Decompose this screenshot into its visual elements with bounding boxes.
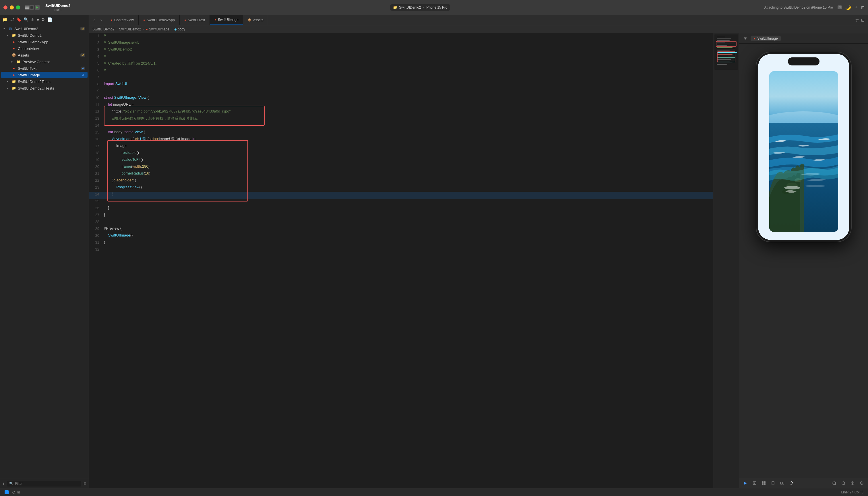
minimize-button[interactable] xyxy=(10,5,14,10)
filter-settings-icon[interactable]: ⊞ xyxy=(83,482,87,486)
code-line-21[interactable]: 21 .cornerRadius(16) xyxy=(89,171,713,178)
breakpoint-icon[interactable]: ● xyxy=(37,17,39,22)
night-mode-icon[interactable]: 🌙 xyxy=(845,4,851,10)
close-button[interactable] xyxy=(3,5,7,10)
maximize-button[interactable] xyxy=(16,5,20,10)
breadcrumb-item-2[interactable]: SwiftUIDemo2 xyxy=(119,27,141,31)
sidebar-toggle-button[interactable] xyxy=(25,5,29,10)
run-button[interactable] xyxy=(35,5,40,10)
zoom-out-button[interactable] xyxy=(830,480,838,486)
folder-icon[interactable]: 📁 xyxy=(2,17,7,22)
code-line-17[interactable]: 17 image xyxy=(89,143,713,151)
app-title: SwiftUIDemo2 main xyxy=(45,3,70,11)
code-line-7[interactable]: 7 xyxy=(89,75,713,81)
add-button[interactable]: + xyxy=(854,4,858,10)
vcs-icon[interactable]: ⎇ xyxy=(10,17,14,22)
bookmark-icon[interactable]: 🔖 xyxy=(16,17,21,22)
line-number-9: 9 xyxy=(90,89,104,93)
tab-layout-icon[interactable]: ⊡ xyxy=(861,18,865,22)
code-line-10[interactable]: 10struct SwiftUIImage: View { xyxy=(89,95,713,102)
code-line-23[interactable]: 23 ProgressView() xyxy=(89,185,713,192)
sidebar-item-group[interactable]: ▾ 📁 SwiftUIDemo2 xyxy=(1,32,88,38)
code-line-6[interactable]: 6// xyxy=(89,68,713,75)
code-line-8[interactable]: 8import SwiftUI xyxy=(89,81,713,89)
sidebar-item-app[interactable]: ● SwiftUIDemo2App xyxy=(1,39,88,45)
tab-bar: ‹ › ● ContentView ● SwiftUIDemo2App ● Sw… xyxy=(89,15,868,25)
zoom-100-button[interactable]: 1:1 xyxy=(858,480,866,486)
tab-sync-icon[interactable]: ⇄ xyxy=(855,18,859,22)
code-line-25[interactable]: 25 xyxy=(89,199,713,205)
sidebar-item-tests[interactable]: ▸ 📁 SwiftUIDemo2Tests xyxy=(1,78,88,85)
filter-input-container[interactable]: 🔍 xyxy=(7,481,81,486)
code-line-13[interactable]: 13 //图片url来自互联网，若有侵权，请联系我及时删除。 xyxy=(89,116,713,123)
code-line-1[interactable]: 1// xyxy=(89,33,713,40)
sidebar-assets-badge: M xyxy=(80,53,85,57)
code-line-29[interactable]: 29#Preview { xyxy=(89,226,713,233)
sidebar-image-badge: A xyxy=(81,73,85,77)
preview-layout-button[interactable] xyxy=(778,480,786,486)
code-line-12[interactable]: 12 "https://pic2.zhimg.com/v2-bf1a927f03… xyxy=(89,109,713,116)
code-line-9[interactable]: 9 xyxy=(89,89,713,95)
content-area: ‹ › ● ContentView ● SwiftUIDemo2App ● Sw… xyxy=(89,15,868,488)
code-line-16[interactable]: 16 AsyncImage(url: URL(string:imageURL))… xyxy=(89,137,713,143)
code-line-32[interactable]: 32 xyxy=(89,247,713,254)
tab-swiftuiimage[interactable]: ● SwiftUIImage xyxy=(210,15,243,25)
sidebar-item-swiftuitext[interactable]: ● SwiftUIText A xyxy=(1,65,88,72)
device-label: SwiftUIDemo2 xyxy=(399,5,421,10)
code-line-5[interactable]: 5// Created by 王维 on 2024/5/1. xyxy=(89,61,713,68)
code-line-26[interactable]: 26 } xyxy=(89,205,713,213)
code-line-22[interactable]: 22 }placeholder: { xyxy=(89,178,713,185)
warning-icon[interactable]: ⚠ xyxy=(31,17,34,22)
code-line-18[interactable]: 18 .resizable() xyxy=(89,151,713,157)
code-line-14[interactable]: 14 xyxy=(89,123,713,130)
nav-back-button[interactable]: ‹ xyxy=(91,17,97,23)
phone-dynamic-island xyxy=(788,58,820,65)
preview-device-button[interactable] xyxy=(769,480,777,486)
filter-input[interactable] xyxy=(15,482,79,486)
preview-play-button[interactable]: ▶ xyxy=(741,480,749,486)
code-line-19[interactable]: 19 .scaledToFit() xyxy=(89,157,713,164)
code-line-28[interactable]: 28 xyxy=(89,219,713,226)
sidebar-item-root[interactable]: ▾ ⊡ SwiftUIDemo2 M xyxy=(1,26,88,32)
settings-icon[interactable]: ⚙ xyxy=(41,17,45,22)
stop-button[interactable] xyxy=(29,5,34,10)
nav-forward-button[interactable]: › xyxy=(98,17,104,23)
code-line-2[interactable]: 2// SwiftUIImage.swift xyxy=(89,40,713,47)
code-line-11[interactable]: 11 let imageURL = xyxy=(89,102,713,109)
folder-uitests-icon: 📁 xyxy=(12,86,16,90)
zoom-in-button[interactable] xyxy=(849,480,856,486)
preview-color-button[interactable] xyxy=(787,480,795,486)
search-icon[interactable]: 🔍 xyxy=(24,17,28,22)
tab-swiftuidemo2app[interactable]: ● SwiftUIDemo2App xyxy=(139,15,180,25)
docs-icon[interactable]: 📄 xyxy=(47,17,52,22)
code-editor-wrapper[interactable]: 1//2// SwiftUIImage.swift3// SwiftUIDemo… xyxy=(89,33,713,488)
tab-contentview[interactable]: ● ContentView xyxy=(106,15,139,25)
preview-grid-button[interactable] xyxy=(760,480,768,486)
add-file-button[interactable]: + xyxy=(2,481,4,486)
code-line-27[interactable]: 27} xyxy=(89,213,713,219)
sidebar-item-contentview[interactable]: ● ContentView xyxy=(1,45,88,52)
line-number-27: 27 xyxy=(90,213,104,217)
code-line-31[interactable]: 31} xyxy=(89,240,713,247)
sidebar-item-assets[interactable]: 📦 Assets M xyxy=(1,52,88,58)
zoom-fit-button[interactable] xyxy=(839,480,847,486)
preview-file-label[interactable]: ● SwiftUIImage xyxy=(750,35,781,41)
breadcrumb-item-1[interactable]: SwiftUIDemo2 xyxy=(92,27,114,31)
device-selector[interactable]: 📁 SwiftUIDemo2 › iPhone 15 Pro xyxy=(390,4,450,11)
breadcrumb-item-3[interactable]: ●SwiftUIImage xyxy=(145,27,169,31)
code-line-24[interactable]: 24 } xyxy=(89,192,713,199)
sidebar-item-preview-content[interactable]: ▸ 📁 Preview Content xyxy=(1,59,88,65)
code-line-3[interactable]: 3// SwiftUIDemo2 xyxy=(89,47,713,54)
code-line-4[interactable]: 4// xyxy=(89,54,713,61)
code-line-20[interactable]: 20 .frame(width:280) xyxy=(89,164,713,171)
sidebar-item-uitests[interactable]: ▸ 📁 SwiftUIDemo2UITests xyxy=(1,85,88,91)
sidebar-item-swiftuiimage[interactable]: ● SwiftUIImage A xyxy=(1,72,88,78)
code-line-30[interactable]: 30 SwiftUIImage() xyxy=(89,233,713,240)
code-line-15[interactable]: 15 var body: some View { xyxy=(89,130,713,137)
preview-inspect-button[interactable] xyxy=(750,480,759,486)
layout-button[interactable]: ⊡ xyxy=(861,5,865,10)
tab-assets[interactable]: 📦 Assets xyxy=(243,15,268,25)
tab-swiftuitext[interactable]: ● SwiftUIText xyxy=(180,15,210,25)
pin-button[interactable] xyxy=(743,35,748,41)
line-content-27: } xyxy=(104,213,713,217)
